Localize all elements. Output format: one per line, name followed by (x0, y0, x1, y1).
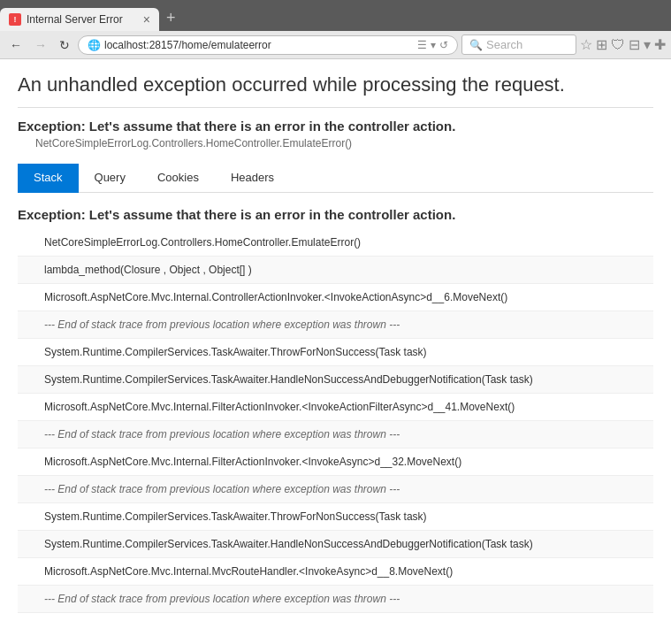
bookmark-star-icon[interactable]: ▾ (431, 39, 436, 51)
tab-favicon: ! (9, 13, 21, 26)
stack-item: --- End of stack trace from previous loc… (18, 476, 653, 503)
page-content: An unhandled exception occurred while pr… (0, 59, 671, 627)
tab-query[interactable]: Query (79, 164, 141, 193)
add-icon[interactable]: ✚ (654, 36, 666, 53)
stack-item: Microsoft.AspNetCore.Mvc.Internal.Filter… (18, 448, 653, 476)
new-tab-button[interactable]: + (159, 5, 183, 31)
tab-headers[interactable]: Headers (215, 164, 290, 193)
back-button[interactable]: ← (5, 35, 27, 55)
page-title: An unhandled exception occurred while pr… (18, 73, 653, 108)
stack-item: --- End of stack trace from previous loc… (18, 311, 653, 339)
url-bar[interactable]: 🌐 localhost:28157/home/emulateerror ☰ ▾ … (78, 35, 458, 55)
url-lock-icon: 🌐 (88, 39, 101, 51)
stack-item: --- End of stack trace from previous loc… (18, 421, 653, 448)
tab-bar: ! Internal Server Error × + (0, 0, 671, 31)
tab-close-icon[interactable]: × (143, 13, 150, 26)
tab-stack[interactable]: Stack (18, 164, 79, 193)
stack-item: NetCoreSimpleErrorLog.Controllers.HomeCo… (18, 229, 653, 257)
pocket-icon[interactable]: ⊟ (629, 36, 640, 53)
tab-title: Internal Server Error (27, 13, 138, 26)
reader-icon[interactable]: ☰ (417, 39, 427, 51)
stack-item: System.Runtime.CompilerServices.TaskAwai… (18, 503, 653, 531)
stack-item: System.Runtime.CompilerServices.TaskAwai… (18, 339, 653, 366)
shield-icon[interactable]: 🛡 (611, 37, 625, 53)
bookmark-icon[interactable]: ☆ (580, 36, 592, 53)
search-placeholder: Search (486, 38, 522, 51)
exception-header: Exception: Let's assume that there is an… (18, 119, 653, 134)
browser-tab[interactable]: ! Internal Server Error × (0, 8, 159, 31)
stack-list: NetCoreSimpleErrorLog.Controllers.HomeCo… (18, 229, 653, 613)
stack-item: Microsoft.AspNetCore.Mvc.Internal.MvcRou… (18, 558, 653, 586)
search-bar[interactable]: 🔍 Search (461, 34, 576, 55)
stack-item: System.Runtime.CompilerServices.TaskAwai… (18, 366, 653, 394)
url-text: localhost:28157/home/emulateerror (104, 39, 414, 51)
menu-icon[interactable]: ▾ (644, 36, 651, 53)
tab-cookies[interactable]: Cookies (141, 164, 215, 193)
stack-item: lambda_method(Closure , Object , Object[… (18, 257, 653, 284)
browser-chrome: ! Internal Server Error × + ← → ↻ 🌐 loca… (0, 0, 671, 59)
refresh-button[interactable]: ↻ (55, 35, 74, 55)
url-tools: ☰ ▾ ↺ (417, 39, 448, 51)
stack-item: System.Runtime.CompilerServices.TaskAwai… (18, 531, 653, 558)
stack-exception-title: Exception: Let's assume that there is an… (18, 207, 653, 222)
stack-item: Microsoft.AspNetCore.Mvc.Internal.Contro… (18, 284, 653, 311)
forward-button[interactable]: → (30, 35, 51, 55)
exception-location: NetCoreSimpleErrorLog.Controllers.HomeCo… (35, 137, 653, 150)
history-icon[interactable]: ⊞ (596, 36, 607, 53)
stack-item: Microsoft.AspNetCore.Mvc.Internal.Filter… (18, 394, 653, 421)
search-icon: 🔍 (469, 39, 483, 51)
nav-bar: ← → ↻ 🌐 localhost:28157/home/emulateerro… (0, 31, 671, 59)
tabs-nav: Stack Query Cookies Headers (18, 164, 653, 193)
stack-item: --- End of stack trace from previous loc… (18, 586, 653, 613)
reload-icon[interactable]: ↺ (439, 39, 448, 51)
